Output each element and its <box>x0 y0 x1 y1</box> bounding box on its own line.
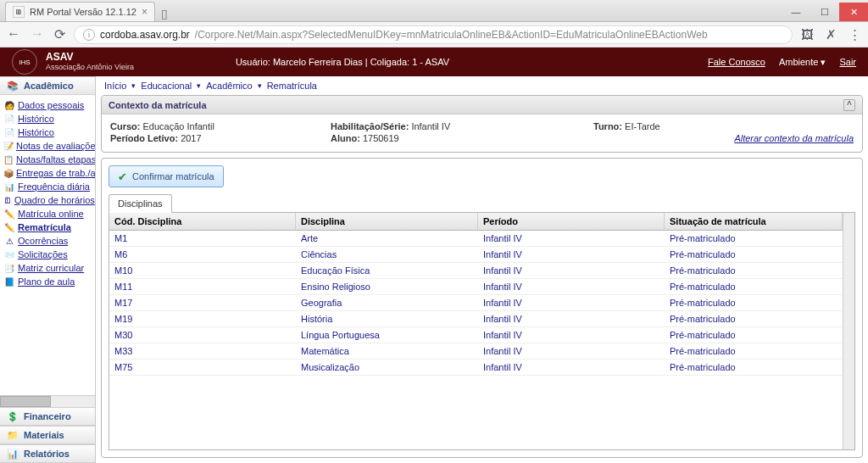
grid-vertical-scrollbar[interactable] <box>843 213 854 449</box>
sidebar-item-label: Rematrícula <box>18 222 71 232</box>
table-row[interactable]: M30Língua PortuguesaInfantil IVPré-matri… <box>109 327 843 343</box>
sidebar-item-icon: 📄 <box>3 126 15 138</box>
table-row[interactable]: M6CiênciasInfantil IVPré-matriculado <box>109 247 843 263</box>
sidebar-item[interactable]: ✏️Matrícula online <box>3 207 93 220</box>
col-periodo[interactable]: Período <box>478 213 665 230</box>
cell-disciplina: Ensino Religioso <box>296 279 478 294</box>
sidebar-section-relatorios[interactable]: 📊 Relatórios <box>0 444 95 463</box>
new-tab-button[interactable]: ▯ <box>155 6 174 21</box>
browser-tab-strip: 🗎 RM Portal Versão 12.1.12 × ▯ — ☐ ✕ <box>0 0 868 22</box>
cell-periodo: Infantil IV <box>478 360 665 375</box>
cell-situacao: Pré-matriculado <box>665 247 843 262</box>
tab-disciplinas[interactable]: Disciplinas <box>108 194 172 213</box>
table-row[interactable]: M1ArteInfantil IVPré-matriculado <box>109 231 843 247</box>
nav-reload-icon[interactable]: ⟳ <box>54 26 65 42</box>
tab-close-icon[interactable]: × <box>142 6 147 18</box>
sair-link[interactable]: Sair <box>839 57 856 67</box>
cell-cod: M30 <box>109 327 296 343</box>
breadcrumb-item[interactable]: Rematrícula <box>267 81 317 91</box>
nav-back-icon[interactable]: ← <box>7 26 20 42</box>
alterar-contexto-link[interactable]: Alterar contexto da matrícula <box>593 133 854 143</box>
sidebar-item[interactable]: ⚠Ocorrências <box>3 234 93 248</box>
panel-collapse-icon[interactable]: ^ <box>843 99 855 111</box>
table-row[interactable]: M17GeografiaInfantil IVPré-matriculado <box>109 295 843 311</box>
cell-cod: M6 <box>109 247 296 262</box>
org-subtitle: Associação Antônio Vieira <box>46 64 134 72</box>
sidebar-item-label: Entregas de trab./a <box>16 168 95 178</box>
sidebar-item-label: Notas de avaliações <box>16 141 95 151</box>
sidebar-item-label: Histórico <box>18 127 54 137</box>
cell-situacao: Pré-matriculado <box>665 360 843 375</box>
sidebar-item[interactable]: 📄Histórico <box>3 112 93 126</box>
sidebar-item[interactable]: 📦Entregas de trab./a <box>3 166 93 180</box>
habilitacao-label: Habilitação/Série: <box>331 121 409 131</box>
nav-forward-icon[interactable]: → <box>31 26 44 42</box>
sidebar: 📚 Acadêmico 🧑Dados pessoais📄Histórico📄Hi… <box>0 76 96 463</box>
sidebar-item-icon: 📊 <box>3 181 15 192</box>
ambiente-dropdown[interactable]: Ambiente ▾ <box>779 57 826 68</box>
periodo-value: 2017 <box>181 133 201 143</box>
sidebar-item-icon: 📋 <box>3 153 14 165</box>
sidebar-item-icon: 📝 <box>3 140 14 152</box>
sidebar-item[interactable]: 📨Solicitações <box>3 248 93 261</box>
sidebar-item-label: Ocorrências <box>18 236 68 246</box>
fale-conosco-link[interactable]: Fale Conosco <box>708 57 765 67</box>
sidebar-section-materiais[interactable]: 📁 Materiais <box>0 426 95 444</box>
cell-situacao: Pré-matriculado <box>665 231 843 246</box>
sidebar-horizontal-scrollbar[interactable] <box>0 395 95 407</box>
sidebar-item[interactable]: 📊Frequência diária <box>3 180 93 193</box>
table-row[interactable]: M10Educação FísicaInfantil IVPré-matricu… <box>109 263 843 279</box>
breadcrumb-item[interactable]: Início <box>104 81 126 91</box>
chevron-down-icon: ▾ <box>258 81 262 90</box>
cell-disciplina: Geografia <box>296 295 478 310</box>
sidebar-section-financeiro[interactable]: 💲 Financeiro <box>0 407 95 426</box>
table-row[interactable]: M11Ensino ReligiosoInfantil IVPré-matric… <box>109 279 843 295</box>
sidebar-item-icon: ✏️ <box>3 221 15 233</box>
col-disciplina[interactable]: Disciplina <box>296 213 478 230</box>
table-row[interactable]: M19HistóriaInfantil IVPré-matriculado <box>109 311 843 327</box>
cell-disciplina: Língua Portuguesa <box>296 327 478 343</box>
url-input[interactable]: i cordoba.asav.org.br /Corpore.Net/Main.… <box>74 25 793 44</box>
table-row[interactable]: M33MatemáticaInfantil IVPré-matriculado <box>109 343 843 360</box>
sidebar-item-label: Matriz curricular <box>18 263 84 273</box>
sidebar-item[interactable]: 📄Histórico <box>3 126 93 139</box>
col-situacao[interactable]: Situação de matrícula <box>665 213 843 230</box>
cell-periodo: Infantil IV <box>478 263 665 278</box>
site-info-icon[interactable]: i <box>83 29 95 41</box>
confirmar-matricula-button[interactable]: ✔ Confirmar matrícula <box>108 165 224 187</box>
disciplinas-grid: Cód. Disciplina Disciplina Período Situa… <box>108 213 855 450</box>
aluno-label: Aluno: <box>331 133 360 143</box>
cell-periodo: Infantil IV <box>478 327 665 343</box>
sidebar-item[interactable]: 📑Matriz curricular <box>3 261 93 275</box>
sidebar-item[interactable]: 📝Notas de avaliações <box>3 139 93 153</box>
sidebar-item[interactable]: 🧑Dados pessoais <box>3 98 93 112</box>
cell-disciplina: Musicalização <box>296 360 478 375</box>
page-icon: 🗎 <box>13 6 25 18</box>
browser-tab[interactable]: 🗎 RM Portal Versão 12.1.12 × <box>5 2 155 21</box>
user-info: Usuário: Marcelo Ferreira Dias | Coligad… <box>236 57 449 67</box>
sidebar-item[interactable]: 📘Plano de aula <box>3 275 93 288</box>
sidebar-item[interactable]: 🗓Quadro de horários <box>3 193 93 207</box>
window-close-button[interactable]: ✕ <box>839 3 868 21</box>
org-logo-icon: IHS <box>12 49 37 75</box>
sidebar-item-label: Plano de aula <box>18 276 75 287</box>
breadcrumb-item[interactable]: Acadêmico <box>206 81 252 91</box>
table-row[interactable]: M75MusicalizaçãoInfantil IVPré-matricula… <box>109 360 843 376</box>
window-maximize-button[interactable]: ☐ <box>810 3 839 21</box>
menu-icon[interactable]: ⋮ <box>849 27 861 42</box>
url-path: /Corpore.Net/Main.aspx?SelectedMenuIDKey… <box>195 29 708 41</box>
col-cod-disciplina[interactable]: Cód. Disciplina <box>109 213 296 230</box>
address-bar: ← → ⟳ i cordoba.asav.org.br /Corpore.Net… <box>0 22 868 47</box>
compat-icon[interactable]: ✗ <box>826 27 837 42</box>
window-minimize-button[interactable]: — <box>782 3 810 21</box>
cell-periodo: Infantil IV <box>478 231 665 246</box>
sidebar-item[interactable]: 📋Notas/faltas etapas <box>3 153 93 166</box>
sidebar-section-academico[interactable]: 📚 Acadêmico <box>0 76 95 95</box>
context-panel: Contexto da matrícula ^ Curso: Educação … <box>101 95 863 153</box>
sidebar-item[interactable]: ✏️Rematrícula <box>3 220 93 234</box>
translate-icon[interactable]: 🖼 <box>801 27 814 42</box>
url-host: cordoba.asav.org.br <box>100 29 190 41</box>
window-controls: — ☐ ✕ <box>782 3 868 21</box>
habilitacao-value: Infantil IV <box>411 121 450 131</box>
breadcrumb-item[interactable]: Educacional <box>141 81 192 91</box>
